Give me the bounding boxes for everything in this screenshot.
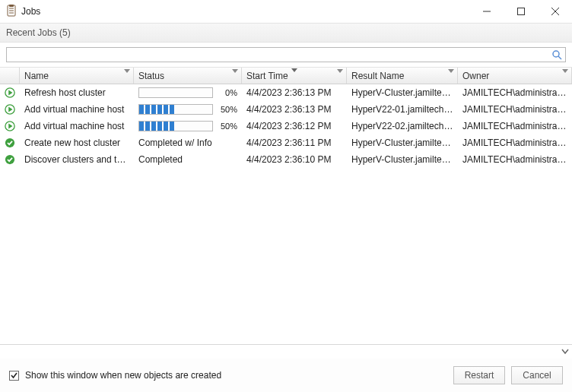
close-button[interactable] xyxy=(538,0,572,23)
table-row[interactable]: Create new host clusterCompleted w/ Info… xyxy=(0,134,572,151)
job-status: 50% xyxy=(134,121,242,131)
job-result-name: HyperV-Cluster.jamiltec... xyxy=(347,87,458,98)
titlebar: Jobs xyxy=(0,0,572,23)
progress-percent: 50% xyxy=(216,122,237,131)
check-circle-icon xyxy=(0,137,20,149)
chevron-down-icon[interactable] xyxy=(562,73,568,84)
col-label: Result Name xyxy=(351,71,404,81)
restart-button[interactable]: Restart xyxy=(453,366,505,384)
table-header: Name Status Start Time Result Name Owner xyxy=(0,68,572,84)
progress-bar xyxy=(138,104,213,115)
col-header-result-name[interactable]: Result Name xyxy=(347,68,458,84)
job-status: Completed xyxy=(134,154,242,165)
window-controls xyxy=(469,0,572,23)
job-start-time: 4/4/2023 2:36:13 PM xyxy=(242,104,347,115)
job-owner: JAMILTECH\administrator xyxy=(458,87,572,98)
job-owner: JAMILTECH\administrator xyxy=(458,104,572,115)
job-result-name: HyperV-Cluster.jamiltec... xyxy=(347,154,458,165)
scroll-down-icon[interactable] xyxy=(560,346,570,359)
progress-percent: 50% xyxy=(216,105,237,114)
scrollbar-region xyxy=(0,345,572,359)
table-body: Refresh host cluster0%4/4/2023 2:36:13 P… xyxy=(0,84,572,344)
show-window-label: Show this window when new objects are cr… xyxy=(25,370,221,381)
chevron-down-icon[interactable] xyxy=(124,73,130,84)
col-header-name[interactable]: Name xyxy=(20,68,134,84)
show-window-checkbox[interactable] xyxy=(9,371,19,381)
jobs-table: Name Status Start Time Result Name Owner xyxy=(0,68,572,345)
job-status: Completed w/ Info xyxy=(134,138,242,148)
col-label: Status xyxy=(138,71,164,81)
col-header-icon[interactable] xyxy=(0,68,20,84)
footer: Show this window when new objects are cr… xyxy=(0,359,572,392)
chevron-down-icon[interactable] xyxy=(448,73,454,84)
col-label: Owner xyxy=(462,71,489,81)
job-start-time: 4/4/2023 2:36:11 PM xyxy=(242,138,347,148)
job-result-name: HyperV-Cluster.jamiltec... xyxy=(347,138,458,148)
progress-bar xyxy=(138,87,213,98)
minimize-button[interactable] xyxy=(469,0,504,23)
jobs-window: Jobs Recent Jobs (5) Name Status xyxy=(0,0,572,392)
col-label: Start Time xyxy=(246,71,288,81)
job-name: Discover clusters and th... xyxy=(20,154,134,165)
window-title: Jobs xyxy=(21,6,40,17)
chevron-down-icon[interactable] xyxy=(337,73,343,84)
progress-bar xyxy=(138,121,213,131)
recent-jobs-header: Recent Jobs (5) xyxy=(0,23,572,43)
play-circle-icon xyxy=(0,120,20,132)
job-status: 0% xyxy=(134,87,242,98)
svg-rect-1 xyxy=(9,5,14,7)
job-name: Add virtual machine host xyxy=(20,121,134,131)
job-name: Refresh host cluster xyxy=(20,87,134,98)
cancel-button[interactable]: Cancel xyxy=(511,366,563,384)
search-input[interactable] xyxy=(6,47,566,62)
job-owner: JAMILTECH\administrator xyxy=(458,138,572,148)
table-row[interactable]: Refresh host cluster0%4/4/2023 2:36:13 P… xyxy=(0,84,572,101)
col-label: Name xyxy=(24,71,49,81)
svg-point-9 xyxy=(553,51,559,57)
col-header-status[interactable]: Status xyxy=(134,68,242,84)
job-owner: JAMILTECH\administrator xyxy=(458,154,572,165)
play-circle-icon xyxy=(0,103,20,115)
job-owner: JAMILTECH\administrator xyxy=(458,121,572,131)
svg-line-10 xyxy=(558,56,561,59)
svg-rect-6 xyxy=(517,8,524,15)
job-start-time: 4/4/2023 2:36:13 PM xyxy=(242,87,347,98)
job-status: 50% xyxy=(134,104,242,115)
job-name: Add virtual machine host xyxy=(20,104,134,115)
search-icon xyxy=(551,49,562,62)
job-name: Create new host cluster xyxy=(20,138,134,148)
job-result-name: HyperV22-02.jamiltech.l... xyxy=(347,121,458,131)
job-result-name: HyperV22-01.jamiltech.l... xyxy=(347,104,458,115)
searchbar-container xyxy=(0,43,572,68)
maximize-button[interactable] xyxy=(504,0,538,23)
sort-desc-icon xyxy=(291,68,297,72)
progress-percent: 0% xyxy=(216,88,237,97)
job-start-time: 4/4/2023 2:36:10 PM xyxy=(242,154,347,165)
chevron-down-icon[interactable] xyxy=(232,73,238,84)
table-row[interactable]: Discover clusters and th...Completed4/4/… xyxy=(0,151,572,168)
col-header-owner[interactable]: Owner xyxy=(458,68,572,84)
app-icon xyxy=(6,5,17,19)
table-row[interactable]: Add virtual machine host50%4/4/2023 2:36… xyxy=(0,118,572,134)
col-header-start-time[interactable]: Start Time xyxy=(242,68,347,84)
table-row[interactable]: Add virtual machine host50%4/4/2023 2:36… xyxy=(0,101,572,118)
recent-jobs-label: Recent Jobs (5) xyxy=(6,27,71,38)
play-circle-icon xyxy=(0,87,20,99)
check-circle-icon xyxy=(0,153,20,166)
job-start-time: 4/4/2023 2:36:12 PM xyxy=(242,121,347,131)
